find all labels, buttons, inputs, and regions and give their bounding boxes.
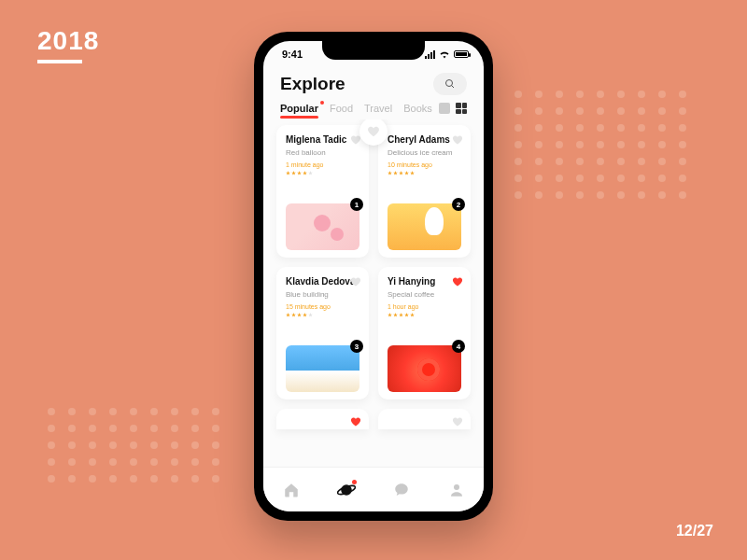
card-thumbnail: 3 (286, 345, 359, 392)
card-peek[interactable] (378, 409, 471, 429)
tab-label: Travel (364, 103, 392, 114)
nav-explore[interactable] (337, 481, 356, 499)
favorite-button[interactable] (452, 133, 463, 144)
year-underline (37, 60, 82, 63)
card-title: Red balloon (286, 148, 359, 157)
card[interactable]: Klavdia Dedova Blue building 15 minutes … (276, 267, 369, 399)
card-grid: Miglena Tadic Red balloon 1 minute ago 1… (276, 125, 471, 429)
search-icon (444, 78, 456, 90)
rating-stars (388, 171, 461, 175)
tab-books[interactable]: Books (403, 103, 432, 114)
rating-stars (286, 313, 359, 317)
nav-home[interactable] (282, 481, 301, 499)
card-peek[interactable] (276, 409, 369, 429)
card[interactable]: Miglena Tadic Red balloon 1 minute ago 1 (276, 125, 369, 258)
bg-dots-bottom (41, 403, 226, 487)
tab-notification-dot (320, 101, 324, 105)
signal-icon (425, 50, 435, 59)
view-toggle (439, 103, 467, 114)
nav-messages[interactable] (392, 481, 411, 499)
tab-list: Popular Food Travel Books (280, 103, 432, 114)
profile-icon (448, 482, 465, 498)
card-author: Miglena Tadic (286, 134, 359, 145)
card-author: Klavdia Dedova (286, 276, 359, 287)
date-label: 12/27 (676, 523, 713, 539)
bg-dots-top (508, 86, 693, 203)
nav-profile[interactable] (447, 481, 466, 499)
favorite-button[interactable] (350, 414, 361, 426)
heart-icon (452, 276, 463, 287)
card[interactable]: Cheryl Adams Delicious ice cream 10 minu… (378, 125, 471, 258)
heart-icon (350, 416, 361, 427)
card-author: Yi Hanying (388, 276, 461, 287)
view-grid-icon[interactable] (456, 103, 467, 114)
card-title: Blue building (286, 290, 359, 299)
wifi-icon (439, 50, 450, 59)
year-label: 2018 (37, 26, 99, 56)
card-thumbnail: 2 (388, 203, 461, 250)
status-indicators (425, 50, 469, 59)
card-time: 1 minute ago (286, 161, 359, 168)
heart-icon (452, 416, 463, 427)
rating-stars (388, 313, 461, 317)
rating-stars (286, 171, 359, 175)
nav-notification-dot (352, 480, 357, 484)
tab-label: Food (330, 103, 353, 114)
favorite-button[interactable] (350, 274, 361, 286)
card-title: Delicious ice cream (388, 148, 461, 157)
favorite-button[interactable] (452, 414, 463, 426)
rank-badge: 1 (350, 198, 363, 211)
tabs-row: Popular Food Travel Books (263, 103, 484, 119)
tab-label: Popular (280, 103, 318, 114)
home-icon (283, 482, 300, 498)
bottom-nav (263, 467, 484, 511)
svg-point-0 (446, 80, 453, 87)
chat-icon (393, 482, 410, 498)
page-title: Explore (280, 74, 345, 94)
header: Explore (263, 67, 484, 103)
card-time: 15 minutes ago (286, 303, 359, 310)
favorite-button[interactable] (452, 274, 463, 286)
card-author: Cheryl Adams (388, 134, 461, 145)
svg-line-1 (452, 86, 455, 89)
card-time: 1 hour ago (388, 303, 461, 310)
screen: 9:41 Explore Popular Food Travel Books (263, 41, 484, 511)
card-thumbnail: 4 (388, 345, 461, 392)
card-title: Special coffee (388, 290, 461, 299)
rank-badge: 2 (452, 198, 465, 211)
tab-food[interactable]: Food (330, 103, 353, 114)
card-thumbnail: 1 (286, 203, 359, 250)
svg-point-4 (454, 484, 459, 490)
phone-frame: 9:41 Explore Popular Food Travel Books (254, 32, 493, 521)
status-time: 9:41 (282, 49, 303, 60)
battery-icon (454, 50, 469, 58)
tab-travel[interactable]: Travel (364, 103, 392, 114)
card[interactable]: Yi Hanying Special coffee 1 hour ago 4 (378, 267, 471, 399)
tab-label: Books (403, 103, 432, 114)
tab-popular[interactable]: Popular (280, 103, 318, 114)
heart-icon (350, 276, 361, 287)
card-time: 10 minutes ago (388, 161, 461, 168)
heart-icon (367, 125, 380, 138)
search-button[interactable] (433, 73, 467, 95)
rank-badge: 3 (350, 340, 363, 353)
rank-badge: 4 (452, 340, 465, 353)
view-single-icon[interactable] (439, 103, 450, 114)
content-area: Miglena Tadic Red balloon 1 minute ago 1… (263, 119, 484, 467)
notch (322, 41, 425, 60)
heart-icon (452, 134, 463, 146)
